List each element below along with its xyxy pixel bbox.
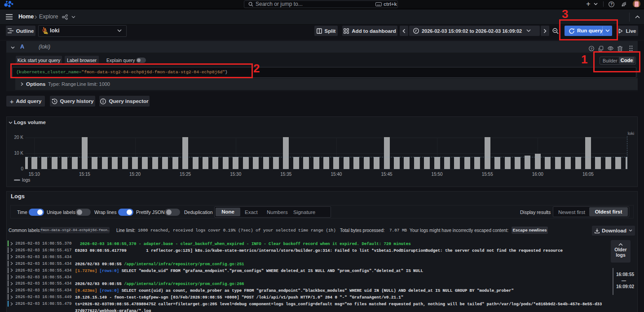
- svg-text:?: ?: [610, 2, 613, 6]
- svg-text:?: ?: [591, 46, 593, 50]
